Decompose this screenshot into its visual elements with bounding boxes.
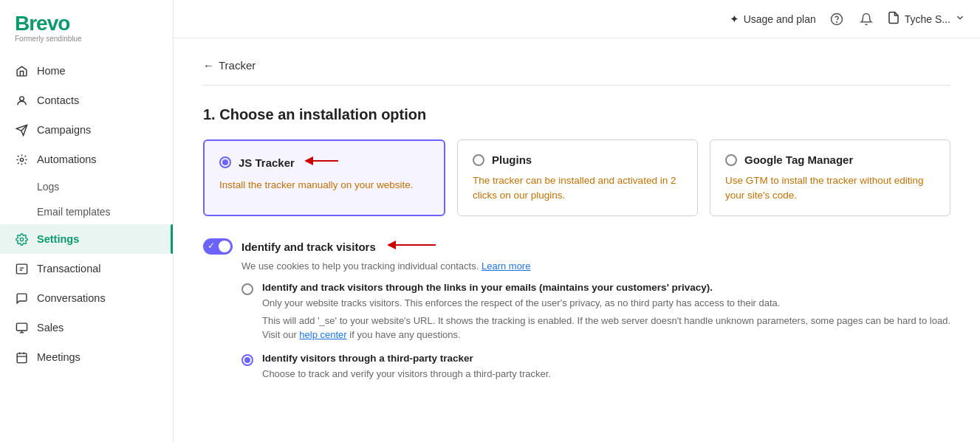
install-option-header: JS Tracker <box>219 154 429 170</box>
conversations-icon <box>15 291 28 305</box>
meetings-icon <box>15 351 28 364</box>
sidebar-item-email-templates[interactable]: Email templates <box>0 199 173 224</box>
sidebar-item-conversations-label: Conversations <box>37 292 106 304</box>
gtm-label: Google Tag Manager <box>744 153 853 166</box>
sub-option-email-links-desc1: Only your website tracks visitors. This … <box>262 296 950 311</box>
cookies-note: We use cookies to help you tracking indi… <box>241 260 950 272</box>
radio-third-party[interactable] <box>241 354 253 366</box>
plugins-label: Plugins <box>492 153 532 166</box>
main-area: ✦ Usage and plan Tyche S... ← Tracker 1. <box>174 0 980 442</box>
sidebar-item-transactional[interactable]: Transactional <box>0 254 173 283</box>
chevron-down-icon <box>955 13 965 25</box>
sub-option-third-party-title: Identify visitors through a third-party … <box>262 353 551 364</box>
identify-section: ✓ Identify and track visitors We use coo… <box>203 238 950 381</box>
sidebar-item-automations[interactable]: Automations <box>0 145 173 174</box>
bell-icon[interactable] <box>857 10 875 28</box>
svg-point-1 <box>20 158 23 161</box>
user-file-icon <box>887 11 900 27</box>
identify-toggle[interactable]: ✓ <box>203 238 233 255</box>
arrow-annotation-identify <box>388 238 439 255</box>
user-menu[interactable]: Tyche S... <box>887 11 965 27</box>
sub-option-email-links-title: Identify and track visitors through the … <box>262 282 950 293</box>
radio-plugins[interactable] <box>473 154 484 166</box>
svg-rect-3 <box>16 264 27 274</box>
svg-point-0 <box>19 96 24 100</box>
js-tracker-desc: Install the tracker manually on your web… <box>219 178 429 193</box>
help-center-link[interactable]: help center <box>299 329 346 340</box>
logo-sub: Formerly sendinblue <box>15 35 158 43</box>
sidebar-item-logs-label: Logs <box>37 181 59 193</box>
logo-brand: Brevo <box>15 13 158 34</box>
sidebar: Brevo Formerly sendinblue Home Contacts … <box>0 0 174 442</box>
sidebar-item-contacts[interactable]: Contacts <box>0 86 173 115</box>
arrow-left-icon: ← <box>203 59 214 72</box>
sales-icon <box>15 321 28 334</box>
sidebar-item-sales[interactable]: Sales <box>0 313 173 342</box>
usage-plan-label: Usage and plan <box>744 13 816 25</box>
sub-option-email-links-content: Identify and track visitors through the … <box>262 282 950 342</box>
desc2-text-part2: if you have any questions. <box>347 329 461 340</box>
sidebar-item-contacts-label: Contacts <box>37 94 79 106</box>
svg-rect-4 <box>16 323 27 331</box>
header: ✦ Usage and plan Tyche S... <box>174 0 980 38</box>
settings-icon <box>15 232 28 246</box>
install-option-plugins-header: Plugins <box>473 153 682 166</box>
sub-option-third-party-content: Identify visitors through a third-party … <box>262 353 551 381</box>
sidebar-item-email-templates-label: Email templates <box>37 206 111 218</box>
sidebar-item-transactional-label: Transactional <box>37 263 101 274</box>
usage-plan-link[interactable]: ✦ Usage and plan <box>730 13 816 26</box>
sidebar-item-meetings[interactable]: Meetings <box>0 342 173 372</box>
identify-label: Identify and track visitors <box>241 241 376 253</box>
plugins-desc: The tracker can be installed and activat… <box>473 173 682 202</box>
sidebar-item-sales-label: Sales <box>37 322 64 334</box>
logo: Brevo Formerly sendinblue <box>0 0 173 53</box>
back-label: Tracker <box>219 59 256 72</box>
help-icon[interactable] <box>828 10 846 28</box>
svg-point-7 <box>836 21 837 22</box>
home-icon <box>15 64 28 77</box>
user-name-label: Tyche S... <box>905 13 950 25</box>
sidebar-item-settings[interactable]: Settings <box>0 224 173 254</box>
sub-option-email-links: Identify and track visitors through the … <box>241 282 950 342</box>
install-option-plugins[interactable]: Plugins The tracker can be installed and… <box>457 139 698 216</box>
learn-more-link[interactable]: Learn more <box>482 260 530 272</box>
radio-gtm[interactable] <box>725 154 737 166</box>
sidebar-item-logs[interactable]: Logs <box>0 174 173 199</box>
content-area: ← Tracker 1. Choose an installation opti… <box>174 38 980 442</box>
sub-option-third-party: Identify visitors through a third-party … <box>241 353 950 381</box>
transactional-icon <box>15 262 28 275</box>
cookies-note-text: We use cookies to help you tracking indi… <box>241 260 479 272</box>
arrow-annotation-js <box>305 154 342 170</box>
svg-rect-5 <box>17 353 27 362</box>
sidebar-item-automations-label: Automations <box>37 153 97 165</box>
section-title: 1. Choose an installation option <box>203 106 950 123</box>
install-options: JS Tracker Install the tracker manually … <box>203 139 950 216</box>
identify-header: ✓ Identify and track visitors <box>203 238 950 255</box>
js-tracker-label: JS Tracker <box>239 156 295 169</box>
svg-point-2 <box>20 238 23 241</box>
sidebar-item-meetings-label: Meetings <box>37 351 80 363</box>
install-option-gtm-header: Google Tag Manager <box>725 153 935 166</box>
install-option-gtm[interactable]: Google Tag Manager Use GTM to install th… <box>710 139 950 216</box>
sidebar-nav: Home Contacts Campaigns Automations Logs <box>0 53 173 442</box>
campaigns-icon <box>15 123 28 137</box>
contacts-icon <box>15 94 28 107</box>
sidebar-item-campaigns[interactable]: Campaigns <box>0 115 173 145</box>
radio-email-links[interactable] <box>241 283 253 295</box>
toggle-check-icon: ✓ <box>208 241 215 250</box>
gtm-desc: Use GTM to install the tracker without e… <box>725 173 935 202</box>
back-link[interactable]: ← Tracker <box>203 59 950 72</box>
divider <box>203 85 950 86</box>
automations-icon <box>15 153 28 166</box>
sidebar-item-conversations[interactable]: Conversations <box>0 283 173 313</box>
sub-option-third-party-desc: Choose to track and verify your visitors… <box>262 367 551 381</box>
install-option-js-tracker[interactable]: JS Tracker Install the tracker manually … <box>203 139 445 216</box>
sidebar-item-campaigns-label: Campaigns <box>37 124 91 136</box>
sidebar-item-home-label: Home <box>37 65 66 77</box>
sub-option-email-links-desc2: This will add '_se' to your website's UR… <box>262 314 950 342</box>
sidebar-item-settings-label: Settings <box>37 233 79 245</box>
desc1-text: Only your website tracks visitors. This … <box>262 297 780 308</box>
radio-js-tracker[interactable] <box>219 156 231 168</box>
sidebar-item-home[interactable]: Home <box>0 56 173 86</box>
activity-icon: ✦ <box>730 13 739 26</box>
